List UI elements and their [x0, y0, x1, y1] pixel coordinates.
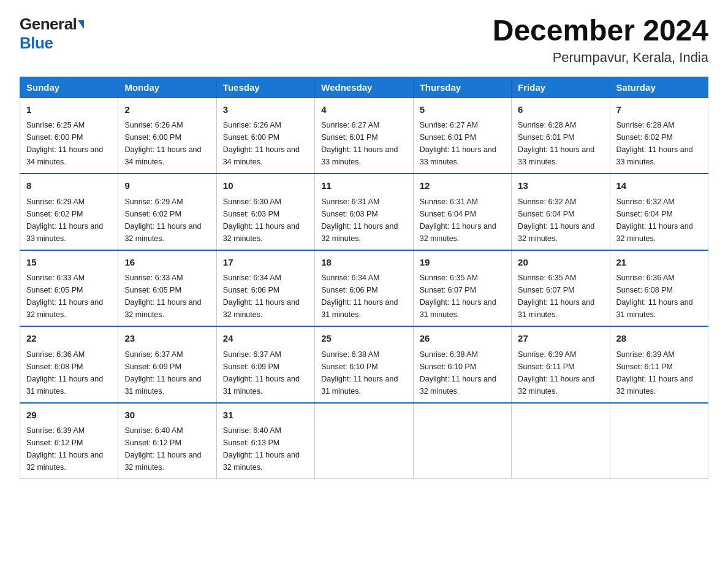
day-info: Sunrise: 6:35 AMSunset: 6:07 PMDaylight:… — [420, 272, 505, 321]
day-number: 27 — [518, 332, 603, 346]
calendar-day-cell: 7Sunrise: 6:28 AMSunset: 6:02 PMDaylight… — [610, 98, 708, 174]
logo: General Blue — [20, 15, 84, 53]
day-number: 13 — [518, 179, 603, 193]
calendar-day-cell: 14Sunrise: 6:32 AMSunset: 6:04 PMDayligh… — [610, 174, 708, 250]
day-info: Sunrise: 6:38 AMSunset: 6:10 PMDaylight:… — [420, 348, 505, 397]
calendar-day-cell: 25Sunrise: 6:38 AMSunset: 6:10 PMDayligh… — [315, 326, 413, 403]
calendar-header-wednesday: Wednesday — [315, 77, 413, 98]
calendar-header-monday: Monday — [118, 77, 216, 98]
day-number: 1 — [26, 103, 112, 117]
calendar-day-cell: 28Sunrise: 6:39 AMSunset: 6:11 PMDayligh… — [610, 326, 708, 403]
day-info: Sunrise: 6:26 AMSunset: 6:00 PMDaylight:… — [124, 119, 210, 168]
day-number: 31 — [223, 408, 308, 423]
calendar-day-cell: 6Sunrise: 6:28 AMSunset: 6:01 PMDaylight… — [512, 98, 610, 174]
day-info: Sunrise: 6:35 AMSunset: 6:07 PMDaylight:… — [518, 272, 603, 321]
day-number: 12 — [420, 179, 505, 193]
day-number: 20 — [518, 256, 603, 270]
calendar-day-cell: 29Sunrise: 6:39 AMSunset: 6:12 PMDayligh… — [20, 403, 118, 479]
day-info: Sunrise: 6:29 AMSunset: 6:02 PMDaylight:… — [124, 196, 210, 245]
day-number: 30 — [124, 408, 210, 423]
day-info: Sunrise: 6:31 AMSunset: 6:03 PMDaylight:… — [321, 196, 406, 245]
day-number: 23 — [124, 332, 210, 346]
day-info: Sunrise: 6:40 AMSunset: 6:13 PMDaylight:… — [223, 424, 308, 473]
day-info: Sunrise: 6:38 AMSunset: 6:10 PMDaylight:… — [321, 348, 406, 397]
calendar-week-row: 15Sunrise: 6:33 AMSunset: 6:05 PMDayligh… — [20, 250, 708, 327]
calendar-day-cell: 17Sunrise: 6:34 AMSunset: 6:06 PMDayligh… — [216, 250, 314, 327]
calendar-day-cell: 11Sunrise: 6:31 AMSunset: 6:03 PMDayligh… — [315, 174, 413, 250]
calendar-day-cell: 12Sunrise: 6:31 AMSunset: 6:04 PMDayligh… — [413, 174, 511, 250]
calendar-header-sunday: Sunday — [20, 77, 118, 98]
day-info: Sunrise: 6:30 AMSunset: 6:03 PMDaylight:… — [223, 196, 308, 245]
day-info: Sunrise: 6:31 AMSunset: 6:04 PMDaylight:… — [420, 196, 505, 245]
calendar-week-row: 1Sunrise: 6:25 AMSunset: 6:00 PMDaylight… — [20, 98, 708, 174]
day-info: Sunrise: 6:26 AMSunset: 6:00 PMDaylight:… — [223, 119, 308, 168]
logo-blue-text: Blue — [20, 34, 53, 53]
calendar-day-cell — [413, 403, 511, 479]
day-info: Sunrise: 6:33 AMSunset: 6:05 PMDaylight:… — [124, 272, 210, 321]
calendar-header-friday: Friday — [512, 77, 610, 98]
calendar-day-cell: 16Sunrise: 6:33 AMSunset: 6:05 PMDayligh… — [118, 250, 216, 327]
day-info: Sunrise: 6:39 AMSunset: 6:12 PMDaylight:… — [26, 424, 112, 473]
calendar-header-thursday: Thursday — [413, 77, 511, 98]
day-number: 21 — [616, 256, 702, 270]
calendar-day-cell: 23Sunrise: 6:37 AMSunset: 6:09 PMDayligh… — [118, 326, 216, 403]
title-block: December 2024 Perumpavur, Kerala, India — [493, 15, 708, 66]
calendar-table: SundayMondayTuesdayWednesdayThursdayFrid… — [20, 77, 708, 480]
day-number: 25 — [321, 332, 406, 346]
day-number: 8 — [26, 179, 112, 193]
day-number: 2 — [124, 103, 210, 117]
day-info: Sunrise: 6:28 AMSunset: 6:02 PMDaylight:… — [616, 119, 702, 168]
calendar-week-row: 22Sunrise: 6:36 AMSunset: 6:08 PMDayligh… — [20, 326, 708, 403]
calendar-day-cell: 9Sunrise: 6:29 AMSunset: 6:02 PMDaylight… — [118, 174, 216, 250]
day-info: Sunrise: 6:32 AMSunset: 6:04 PMDaylight:… — [518, 196, 603, 245]
calendar-week-row: 29Sunrise: 6:39 AMSunset: 6:12 PMDayligh… — [20, 403, 708, 479]
day-info: Sunrise: 6:37 AMSunset: 6:09 PMDaylight:… — [223, 348, 308, 397]
calendar-day-cell: 30Sunrise: 6:40 AMSunset: 6:12 PMDayligh… — [118, 403, 216, 479]
day-number: 14 — [616, 179, 702, 193]
calendar-day-cell: 3Sunrise: 6:26 AMSunset: 6:00 PMDaylight… — [216, 98, 314, 174]
calendar-header-row: SundayMondayTuesdayWednesdayThursdayFrid… — [20, 77, 708, 98]
calendar-day-cell: 19Sunrise: 6:35 AMSunset: 6:07 PMDayligh… — [413, 250, 511, 327]
page-subtitle: Perumpavur, Kerala, India — [493, 50, 708, 66]
day-info: Sunrise: 6:34 AMSunset: 6:06 PMDaylight:… — [321, 272, 406, 321]
calendar-day-cell: 20Sunrise: 6:35 AMSunset: 6:07 PMDayligh… — [512, 250, 610, 327]
day-number: 10 — [223, 179, 308, 193]
day-info: Sunrise: 6:29 AMSunset: 6:02 PMDaylight:… — [26, 196, 112, 245]
day-number: 6 — [518, 103, 603, 117]
calendar-day-cell: 5Sunrise: 6:27 AMSunset: 6:01 PMDaylight… — [413, 98, 511, 174]
calendar-day-cell: 4Sunrise: 6:27 AMSunset: 6:01 PMDaylight… — [315, 98, 413, 174]
day-info: Sunrise: 6:40 AMSunset: 6:12 PMDaylight:… — [124, 424, 210, 473]
calendar-day-cell: 21Sunrise: 6:36 AMSunset: 6:08 PMDayligh… — [610, 250, 708, 327]
calendar-day-cell: 1Sunrise: 6:25 AMSunset: 6:00 PMDaylight… — [20, 98, 118, 174]
page-title: December 2024 — [493, 15, 708, 47]
day-number: 7 — [616, 103, 702, 117]
day-info: Sunrise: 6:37 AMSunset: 6:09 PMDaylight:… — [124, 348, 210, 397]
calendar-day-cell — [610, 403, 708, 479]
day-number: 26 — [420, 332, 505, 346]
day-info: Sunrise: 6:32 AMSunset: 6:04 PMDaylight:… — [616, 196, 702, 245]
calendar-day-cell — [315, 403, 413, 479]
day-number: 17 — [223, 256, 308, 270]
calendar-header-tuesday: Tuesday — [216, 77, 314, 98]
calendar-week-row: 8Sunrise: 6:29 AMSunset: 6:02 PMDaylight… — [20, 174, 708, 250]
day-info: Sunrise: 6:36 AMSunset: 6:08 PMDaylight:… — [616, 272, 702, 321]
day-number: 4 — [321, 103, 406, 117]
calendar-day-cell: 8Sunrise: 6:29 AMSunset: 6:02 PMDaylight… — [20, 174, 118, 250]
calendar-day-cell: 10Sunrise: 6:30 AMSunset: 6:03 PMDayligh… — [216, 174, 314, 250]
day-info: Sunrise: 6:36 AMSunset: 6:08 PMDaylight:… — [26, 348, 112, 397]
day-number: 15 — [26, 256, 112, 270]
day-info: Sunrise: 6:39 AMSunset: 6:11 PMDaylight:… — [616, 348, 702, 397]
calendar-day-cell: 13Sunrise: 6:32 AMSunset: 6:04 PMDayligh… — [512, 174, 610, 250]
day-number: 24 — [223, 332, 308, 346]
day-number: 19 — [420, 256, 505, 270]
day-info: Sunrise: 6:39 AMSunset: 6:11 PMDaylight:… — [518, 348, 603, 397]
calendar-header-saturday: Saturday — [610, 77, 708, 98]
calendar-day-cell: 27Sunrise: 6:39 AMSunset: 6:11 PMDayligh… — [512, 326, 610, 403]
day-number: 9 — [124, 179, 210, 193]
day-info: Sunrise: 6:34 AMSunset: 6:06 PMDaylight:… — [223, 272, 308, 321]
calendar-day-cell: 24Sunrise: 6:37 AMSunset: 6:09 PMDayligh… — [216, 326, 314, 403]
calendar-day-cell: 18Sunrise: 6:34 AMSunset: 6:06 PMDayligh… — [315, 250, 413, 327]
day-number: 18 — [321, 256, 406, 270]
logo-arrow-icon — [78, 20, 84, 29]
calendar-day-cell: 26Sunrise: 6:38 AMSunset: 6:10 PMDayligh… — [413, 326, 511, 403]
